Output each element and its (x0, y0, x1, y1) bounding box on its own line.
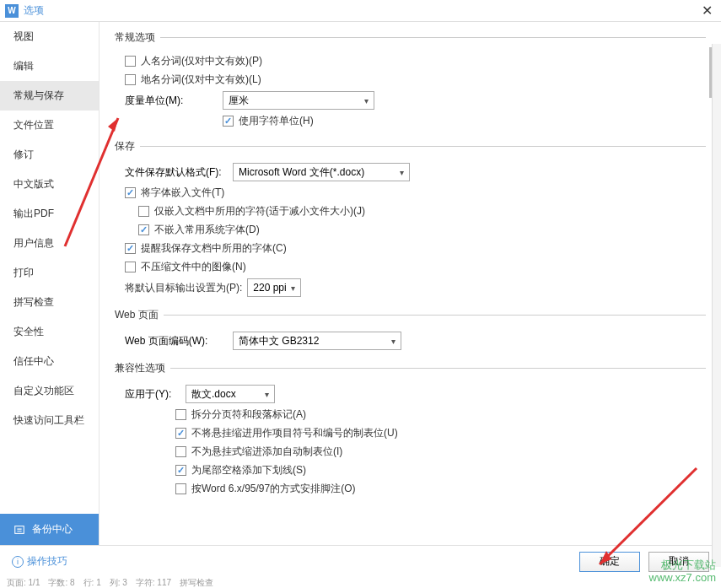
label-name-seg: 人名分词(仅对中文有效)(P) (141, 54, 262, 68)
sidebar-item-13[interactable]: 快速访问工具栏 (0, 406, 99, 435)
checkbox-place-seg[interactable] (125, 74, 136, 85)
legend-general: 常规选项 (115, 30, 160, 45)
sidebar-item-1[interactable]: 编辑 (0, 51, 99, 81)
sidebar-item-11[interactable]: 信任中心 (0, 347, 99, 376)
legend-save: 保存 (115, 139, 140, 154)
backup-label: 备份中心 (32, 522, 73, 537)
legend-compat: 兼容性选项 (115, 361, 170, 375)
sidebar-item-6[interactable]: 输出PDF (0, 199, 99, 229)
checkbox-embed-font[interactable] (125, 187, 136, 198)
window-title: 选项 (24, 3, 44, 18)
checkbox-underline-space[interactable] (175, 465, 186, 476)
label-no-common: 不嵌入常用系统字体(D) (154, 223, 260, 237)
section-general: 常规选项 人名分词(仅对中文有效)(P) 地名分词(仅对中文有效)(L) 度量单… (115, 30, 706, 132)
label-embed-font: 将字体嵌入文件(T) (141, 186, 224, 200)
checkbox-no-auto-tab[interactable] (175, 446, 186, 457)
select-apply[interactable]: 散文.docx (186, 385, 275, 403)
sidebar-item-12[interactable]: 自定义功能区 (0, 376, 99, 406)
checkbox-word6[interactable] (175, 483, 186, 494)
sidebar-item-7[interactable]: 用户信息 (0, 229, 99, 258)
label-word6: 按Word 6.x/95/97的方式安排脚注(O) (191, 482, 355, 496)
sidebar-item-4[interactable]: 修订 (0, 140, 99, 170)
label-no-hanging: 不将悬挂缩进用作项目符号和编号的制表位(U) (191, 426, 398, 440)
checkbox-no-hanging[interactable] (175, 428, 186, 439)
tips-label: 操作技巧 (27, 554, 67, 569)
label-char-unit: 使用字符单位(H) (239, 114, 314, 128)
sidebar-item-5[interactable]: 中文版式 (0, 170, 99, 199)
app-icon: W (5, 4, 19, 18)
footer: i 操作技巧 确定 取消 (0, 545, 721, 577)
label-apply: 应用于(Y): (125, 387, 180, 402)
sidebar: 视图编辑常规与保存文件位置修订中文版式输出PDF用户信息打印拼写检查安全性信任中… (0, 22, 100, 545)
statusbar: 页面: 1/1 字数: 8 行: 1 列: 3 字符: 117 拼写检查 (0, 577, 721, 588)
sidebar-item-3[interactable]: 文件位置 (0, 111, 99, 140)
sidebar-item-10[interactable]: 安全性 (0, 317, 99, 347)
tips-link[interactable]: i 操作技巧 (12, 554, 67, 569)
label-ppi: 将默认目标输出设置为(P): (125, 281, 242, 295)
select-default-fmt[interactable]: Microsoft Word 文件(*.docx) (233, 163, 410, 181)
sidebar-item-9[interactable]: 拼写检查 (0, 288, 99, 317)
label-no-auto-tab: 不为悬挂式缩进添加自动制表位(I) (191, 445, 342, 459)
close-icon[interactable]: ✕ (698, 3, 716, 19)
select-unit[interactable]: 厘米 (223, 91, 374, 110)
info-icon: i (12, 556, 24, 568)
label-no-compress: 不压缩文件中的图像(N) (141, 260, 246, 274)
checkbox-embed-used[interactable] (138, 206, 149, 217)
checkbox-remind[interactable] (125, 243, 136, 254)
label-encoding: Web 页面编码(W): (125, 334, 228, 348)
select-encoding[interactable]: 简体中文 GB2312 (233, 332, 401, 350)
select-ppi[interactable]: 220 ppi (247, 278, 301, 297)
content-panel: 常规选项 人名分词(仅对中文有效)(P) 地名分词(仅对中文有效)(L) 度量单… (100, 22, 721, 545)
ok-button[interactable]: 确定 (579, 552, 640, 572)
sidebar-item-2[interactable]: 常规与保存 (0, 81, 99, 111)
svg-rect-0 (15, 526, 24, 533)
watermark-l1: 极光下载站 (649, 558, 716, 572)
checkbox-no-common[interactable] (138, 224, 149, 235)
section-save: 保存 文件保存默认格式(F):Microsoft Word 文件(*.docx)… (115, 139, 706, 301)
label-unit: 度量单位(M): (125, 94, 218, 108)
section-web: Web 页面 Web 页面编码(W):简体中文 GB2312 (115, 308, 706, 354)
label-embed-used: 仅嵌入文档中所用的字符(适于减小文件大小)(J) (154, 204, 365, 218)
checkbox-no-compress[interactable] (125, 262, 136, 272)
sidebar-item-8[interactable]: 打印 (0, 258, 99, 288)
checkbox-split[interactable] (175, 409, 186, 420)
titlebar: W 选项 ✕ (0, 0, 721, 22)
label-default-fmt: 文件保存默认格式(F): (125, 165, 228, 180)
label-place-seg: 地名分词(仅对中文有效)(L) (141, 73, 261, 87)
backup-icon (13, 524, 25, 536)
label-remind: 提醒我保存文档中所用的字体(C) (141, 241, 287, 256)
right-gutter (712, 44, 721, 567)
backup-center-button[interactable]: 备份中心 (0, 514, 99, 545)
checkbox-name-seg[interactable] (125, 56, 136, 67)
label-underline-space: 为尾部空格添加下划线(S) (191, 463, 306, 477)
legend-web: Web 页面 (115, 308, 164, 322)
watermark-l2: www.xz7.com (649, 571, 716, 585)
watermark: 极光下载站 www.xz7.com (649, 558, 716, 585)
label-split: 拆分分页符和段落标记(A) (191, 407, 306, 422)
checkbox-char-unit[interactable] (223, 116, 234, 127)
sidebar-item-0[interactable]: 视图 (0, 22, 99, 51)
section-compat: 兼容性选项 应用于(Y):散文.docx 拆分分页符和段落标记(A) 不将悬挂缩… (115, 361, 706, 500)
